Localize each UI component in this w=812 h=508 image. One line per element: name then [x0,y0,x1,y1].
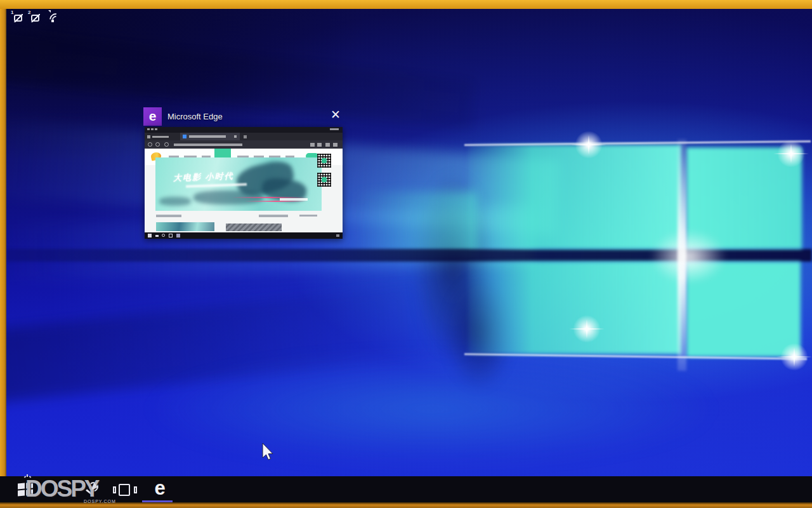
device-2-no-signal-icon: 2 [30,13,41,22]
task-view-icon-left [113,486,116,493]
task-view-icon-right [134,486,137,493]
edge-active-indicator [142,500,173,502]
task-view-icon-center [119,484,130,496]
mini-camera-icon [169,234,173,237]
search-button[interactable] [84,481,102,498]
thumbnail-tab-bar [145,133,343,140]
wallpaper-light-spill [354,192,478,254]
lens-flare-sparkle [571,127,606,163]
qr-code-top [317,154,331,168]
lens-flare-sparkle [569,311,605,347]
back-icon [148,142,152,147]
task-view-card-header: e Microsoft Edge [143,107,345,126]
thumbnail-active-tab [180,133,240,140]
mini-tray-icon [336,234,339,237]
wifi-icon [49,12,62,22]
thumbnail-address-bar [145,140,343,149]
mini-search-icon [162,234,165,237]
search-icon [89,482,98,491]
osd-badge: 2 [28,10,30,15]
video-thumbnail [226,224,282,231]
close-icon[interactable]: ✕ [329,108,343,122]
taskbar: e DOSPY DOSPY.COM [0,476,812,502]
hero-banner-caption [280,198,308,201]
thumbnail-mini-taskbar [145,232,343,239]
mini-edge-icon [176,234,180,237]
screen-bezel-left [0,9,6,504]
thumbnail-titlebar [145,127,343,133]
edge-window-thumbnail[interactable]: 大电影 小时代 [145,127,343,239]
mini-back-icon [155,235,159,237]
osd-status-icons: 1 2 [13,9,114,25]
refresh-icon [164,142,169,147]
hero-banner-title: 大电影 小时代 [173,170,234,184]
osd-badge: 1 [11,10,13,15]
lens-flare-sparkle [776,339,812,375]
thumbnail-page-content: 大电影 小时代 [145,149,343,232]
device-slash [14,14,23,22]
task-view-button[interactable] [113,484,137,496]
lens-flare-sparkle [773,136,809,171]
mini-start-icon [148,234,152,237]
forward-icon [155,142,160,147]
task-view-card-title: Microsoft Edge [167,112,223,121]
start-button[interactable] [18,483,33,496]
mouse-cursor [262,443,276,465]
tab-favicon [183,135,187,138]
device-slash [31,14,40,22]
screen-bezel-top [0,0,812,9]
screen-bezel-bottom [0,502,812,508]
new-tab-icon [244,135,247,138]
edge-logo-icon: e [143,107,162,126]
windows-logo-center-glow [650,230,726,284]
desktop-wallpaper[interactable] [6,9,812,476]
video-thumbnail [156,222,214,231]
wallpaper-glow [146,355,717,463]
task-view-card-edge[interactable]: e Microsoft Edge ✕ [141,105,345,240]
edge-taskbar-button[interactable]: e [148,477,171,500]
device-1-no-signal-icon: 1 [13,13,23,22]
hero-banner: 大电影 小时代 [155,157,322,211]
qr-code-bottom [317,173,331,187]
